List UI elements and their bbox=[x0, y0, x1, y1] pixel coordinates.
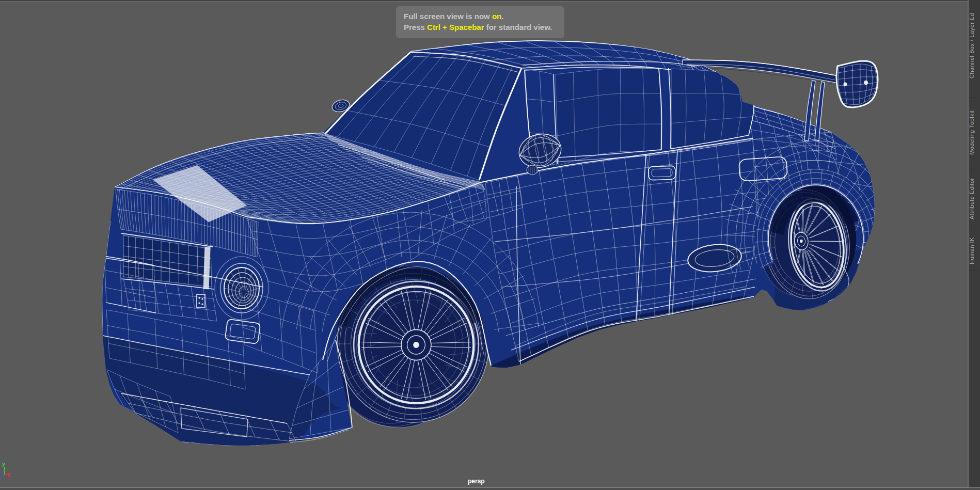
svg-text:x: x bbox=[7, 472, 11, 478]
svg-text:y: y bbox=[2, 461, 6, 467]
